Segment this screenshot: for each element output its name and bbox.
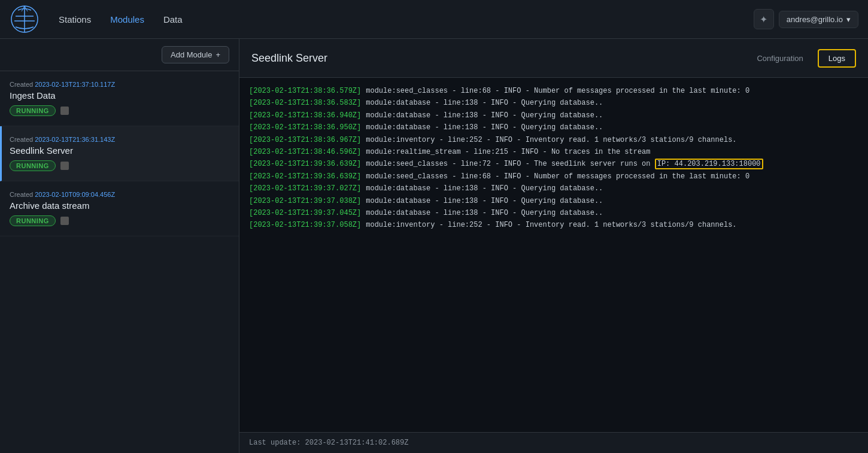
add-module-label: Add Module — [171, 50, 212, 59]
log-line: [2023-02-13T21:39:37.045Z]module:databas… — [249, 207, 858, 219]
module-created-ingest: Created 2023-02-13T21:37:10.117Z — [10, 81, 229, 88]
log-message: module:database - line:138 - INFO - Quer… — [366, 207, 603, 219]
module-date-archive: 2023-02-10T09:09:04.456Z — [35, 191, 115, 198]
logo-icon — [10, 4, 40, 34]
log-line: [2023-02-13T21:39:37.027Z]module:databas… — [249, 183, 858, 194]
log-message: module:database - line:138 - INFO - Quer… — [366, 110, 603, 121]
log-timestamp: [2023-02-13T21:38:36.579Z] — [249, 85, 361, 97]
module-item-ingest[interactable]: Created 2023-02-13T21:37:10.117Z Ingest … — [0, 71, 239, 126]
add-module-button[interactable]: Add Module + — [162, 46, 229, 63]
status-badge-archive: RUNNING — [10, 215, 56, 226]
tab-logs[interactable]: Logs — [818, 49, 856, 68]
tab-row: Configuration Logs — [747, 49, 856, 68]
log-message: module:inventory - line:252 - INFO - Inv… — [366, 219, 736, 231]
sidebar-toolbar: Add Module + — [0, 39, 239, 71]
log-timestamp: [2023-02-13T21:39:37.058Z] — [249, 219, 361, 231]
module-date-ingest: 2023-02-13T21:37:10.117Z — [35, 81, 115, 88]
sidebar: Add Module + Created 2023-02-13T21:37:10… — [0, 39, 239, 453]
log-timestamp: [2023-02-13T21:39:37.027Z] — [249, 183, 361, 194]
log-line: [2023-02-13T21:39:37.038Z]module:databas… — [249, 195, 858, 207]
log-line: [2023-02-13T21:39:37.058Z]module:invento… — [249, 219, 858, 231]
module-name-seedlink: Seedlink Server — [10, 145, 229, 156]
log-timestamp: [2023-02-13T21:38:36.950Z] — [249, 121, 361, 133]
status-badge-ingest: RUNNING — [10, 105, 56, 116]
status-badge-seedlink: RUNNING — [10, 160, 56, 171]
log-message: module:database - line:138 - INFO - Quer… — [366, 195, 603, 207]
tab-configuration[interactable]: Configuration — [747, 49, 812, 68]
dropdown-icon: ▾ — [846, 15, 851, 24]
user-email: andres@grillo.io — [787, 15, 843, 24]
log-timestamp: [2023-02-13T21:39:36.639Z] — [249, 158, 361, 170]
module-status-row-archive: RUNNING — [10, 215, 229, 226]
content-title: Seedlink Server — [251, 52, 747, 65]
log-area[interactable]: [2023-02-13T21:38:36.579Z]module:seed_cl… — [239, 78, 868, 432]
log-timestamp: [2023-02-13T21:39:37.038Z] — [249, 195, 361, 207]
content-header: Seedlink Server Configuration Logs — [239, 39, 868, 78]
user-menu-button[interactable]: andres@grillo.io ▾ — [779, 11, 858, 28]
nav-stations[interactable]: Stations — [51, 11, 98, 28]
log-message: module:database - line:138 - INFO - Quer… — [366, 97, 603, 109]
log-line: [2023-02-13T21:38:46.596Z]module:realtim… — [249, 146, 858, 158]
main-nav: Stations Modules Data — [51, 11, 754, 28]
log-timestamp: [2023-02-13T21:39:36.639Z] — [249, 171, 361, 183]
header-right: ✦ andres@grillo.io ▾ — [754, 9, 858, 29]
module-status-row-seedlink: RUNNING — [10, 160, 229, 171]
log-message: module:seed_classes - line:68 - INFO - N… — [366, 85, 749, 97]
module-list: Created 2023-02-13T21:37:10.117Z Ingest … — [0, 71, 239, 453]
nav-data[interactable]: Data — [156, 11, 190, 28]
log-message: module:seed_classes - line:68 - INFO - N… — [366, 171, 749, 183]
module-created-seedlink: Created 2023-02-13T21:36:31.143Z — [10, 136, 229, 143]
log-timestamp: [2023-02-13T21:38:36.967Z] — [249, 134, 361, 146]
log-line: [2023-02-13T21:38:36.967Z]module:invento… — [249, 134, 858, 146]
log-timestamp: [2023-02-13T21:38:36.940Z] — [249, 110, 361, 121]
content-panel: Seedlink Server Configuration Logs [2023… — [239, 39, 868, 453]
module-name-archive: Archive data stream — [10, 200, 229, 211]
stop-button-ingest[interactable] — [60, 107, 69, 115]
log-timestamp: [2023-02-13T21:39:37.045Z] — [249, 207, 361, 219]
module-name-ingest: Ingest Data — [10, 90, 229, 101]
log-line: [2023-02-13T21:38:36.579Z]module:seed_cl… — [249, 85, 858, 97]
log-message: module:database - line:138 - INFO - Quer… — [366, 183, 603, 194]
stop-button-seedlink[interactable] — [60, 162, 69, 170]
settings-button[interactable]: ✦ — [754, 9, 774, 29]
add-icon: + — [216, 50, 220, 59]
log-timestamp: [2023-02-13T21:38:36.583Z] — [249, 97, 361, 109]
header: Stations Modules Data ✦ andres@grillo.io… — [0, 0, 868, 39]
settings-icon: ✦ — [760, 14, 767, 25]
log-line: [2023-02-13T21:39:36.639Z]module:seed_cl… — [249, 158, 858, 170]
log-message: module:seed_classes - line:72 - INFO - T… — [366, 158, 763, 170]
module-created-archive: Created 2023-02-10T09:09:04.456Z — [10, 191, 229, 198]
log-highlight: IP: 44.203.219.133:18000 — [655, 159, 763, 169]
log-line: [2023-02-13T21:38:36.950Z]module:databas… — [249, 121, 858, 133]
nav-modules[interactable]: Modules — [103, 11, 151, 28]
log-line: [2023-02-13T21:38:36.583Z]module:databas… — [249, 97, 858, 109]
log-message: module:database - line:138 - INFO - Quer… — [366, 121, 603, 133]
main-layout: Add Module + Created 2023-02-13T21:37:10… — [0, 39, 868, 453]
log-footer: Last update: 2023-02-13T21:41:02.689Z — [239, 432, 868, 453]
module-item-seedlink[interactable]: Created 2023-02-13T21:36:31.143Z Seedlin… — [0, 126, 239, 181]
module-date-seedlink: 2023-02-13T21:36:31.143Z — [35, 136, 115, 143]
log-timestamp: [2023-02-13T21:38:46.596Z] — [249, 146, 361, 158]
module-status-row-ingest: RUNNING — [10, 105, 229, 116]
log-line: [2023-02-13T21:39:36.639Z]module:seed_cl… — [249, 171, 858, 183]
stop-button-archive[interactable] — [60, 217, 69, 225]
log-message: module:inventory - line:252 - INFO - Inv… — [366, 134, 736, 146]
log-line: [2023-02-13T21:38:36.940Z]module:databas… — [249, 110, 858, 121]
log-message: module:realtime_stream - line:215 - INFO… — [366, 146, 650, 158]
module-item-archive[interactable]: Created 2023-02-10T09:09:04.456Z Archive… — [0, 181, 239, 236]
